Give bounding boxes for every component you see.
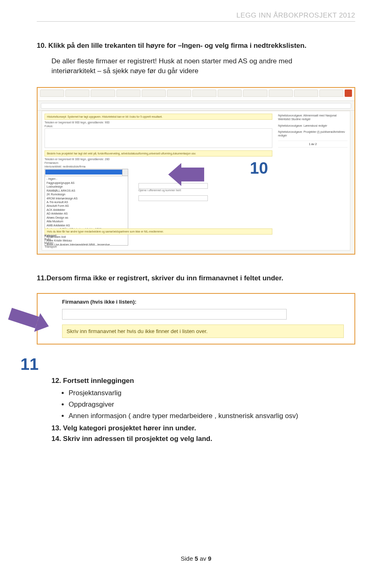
footer-total: 9	[208, 555, 211, 562]
hint-medarbeidere: Hvis du ikke får har andre typer medarbe…	[45, 228, 272, 235]
aux-label: Gjerne i offeremnet og kommer herit	[138, 189, 181, 192]
step-11-heading: 11.Dersom firma ikke er registrert, skri…	[37, 274, 355, 282]
news-sidebar: Nyhetstovorutgave: Allmennsatt med Nasjo…	[278, 114, 347, 148]
category-option[interactable]: Møbler	[45, 241, 57, 245]
step-13-heading: 13. Velg kategori prosjektet hører inn u…	[51, 424, 355, 432]
aux-input-2[interactable]	[138, 195, 208, 201]
step-14-heading: 14. Skriv inn adressen til prosjektet og…	[51, 435, 355, 443]
arrow-annotation-11	[7, 304, 52, 336]
arrow-annotation-10	[168, 163, 204, 186]
news-item: Nyhetstorovutgave: Lørenskosi redigér	[278, 124, 347, 128]
dropdown-option[interactable]: Anne Lise Aralger Interiørarkitekt MNIL,…	[47, 243, 126, 246]
step-12-heading: 12. Fortsett innleggingen	[51, 377, 355, 385]
dropdown-option[interactable]: - Ingen -	[47, 177, 126, 181]
step-12-bullets: Prosjektansvarlig Oppdragsgiver Annen in…	[69, 387, 355, 422]
dropdown-option[interactable]: Alta Muséum	[47, 219, 126, 223]
screenshot-1: Nyhetstovorutgave: Allmennsatt med Nasjo…	[37, 87, 355, 255]
bullet-item: Annen informasjon ( andre typer medarbei…	[69, 410, 355, 422]
dropdown-option[interactable]: Losbudesign	[47, 185, 126, 188]
firmanavn-alt-input[interactable]	[62, 309, 287, 320]
char-count-2: Teksten er begrenset til 300 tegn, gjens…	[45, 158, 272, 161]
dropdown-option[interactable]: ACK Arkitekter	[47, 208, 126, 212]
focus-textarea[interactable]	[45, 128, 272, 148]
page-header: LEGG INN ÅRBOKPROSJEKT 2012	[236, 11, 355, 20]
dropdown-option[interactable]: AD Arkitekter AS	[47, 212, 126, 215]
dropdown-option[interactable]: Absolutt Form AS	[47, 204, 126, 208]
firmanavn-label: Firmanavn:	[45, 161, 272, 164]
footer-side: Side	[180, 555, 194, 562]
address-bar	[38, 101, 354, 111]
screenshot-2: Firmanavn (hvis ikke i listen): Skriv in…	[37, 293, 355, 345]
bullet-item: Prosjektansvarlig	[69, 387, 355, 399]
hint-history: Historie/konsept: Systemet har lagt oppg…	[45, 114, 272, 120]
footer-av: av	[198, 555, 208, 562]
dropdown-option[interactable]: 4ROM Interiørdesign AS	[47, 197, 126, 200]
page-footer: Side 5 av 9	[0, 555, 392, 562]
category-option[interactable]: Transport	[45, 245, 57, 248]
step-10-heading: 10. Klikk på den lille trekanten til høy…	[37, 41, 355, 51]
focus-label: Fokus:	[45, 125, 272, 128]
firma-select[interactable]	[45, 169, 128, 176]
category-list: Kategori: Bolig Møbler Transport	[45, 234, 57, 248]
pager: 1 av 2	[278, 141, 347, 148]
content: 10. Klikk på den lille trekanten til høy…	[37, 0, 355, 443]
callout-11: 11	[20, 355, 355, 374]
firma-desc: interiorarkitekt: nedtrekksliste/firma	[45, 165, 272, 168]
dropdown-option[interactable]: Faggruppe/gruppe AS	[47, 181, 126, 185]
footer-page: 5	[195, 555, 198, 562]
dropdown-option[interactable]: Anne Kristin Meloso	[47, 239, 126, 242]
close-icon[interactable]	[345, 89, 352, 97]
dropdown-option[interactable]: AMB Arkitekter AS	[47, 224, 126, 227]
dropdown-option[interactable]: 2K Romdesign	[47, 192, 126, 196]
category-option[interactable]: Bolig	[45, 237, 57, 241]
dropdown-option[interactable]: Anderssen-Voll	[47, 235, 126, 239]
form-main: Historie/konsept: Systemet har lagt oppg…	[45, 114, 272, 248]
firmanavn-alt-label: Firmanavn (hvis ikke i listen):	[62, 299, 348, 305]
dropdown-option[interactable]: A-Tre-konsult AS	[47, 200, 126, 204]
chevron-down-icon[interactable]	[122, 169, 128, 176]
bullet-item: Oppdragsgiver	[69, 399, 355, 410]
hint-describe: Beskriv hva prosjektet har lagt det vekt…	[45, 150, 272, 157]
category-label: Kategori:	[45, 234, 57, 237]
step-10-body: De aller fleste firmaer er registrert! H…	[51, 56, 313, 76]
dropdown-option[interactable]: Alnæs Design as	[47, 216, 126, 219]
news-item: Nyhetstovorutgave: Allmennsatt med Nasjo…	[278, 114, 347, 121]
header-rule	[37, 21, 355, 22]
news-item: Nyhetstorovutgave: Prosjekter (i) publis…	[278, 130, 347, 137]
dropdown-option[interactable]: RAMBØLL ARKOS AS	[47, 189, 126, 192]
url-input[interactable]	[41, 103, 351, 109]
hint-firmanavn-alt: Skriv inn firmanavnet her hvis du ikke f…	[62, 324, 344, 338]
char-count-1: Teksten er begrenset til 900 tegn, gjens…	[45, 121, 272, 124]
callout-10: 10	[250, 159, 268, 177]
browser-tabs	[38, 88, 354, 101]
